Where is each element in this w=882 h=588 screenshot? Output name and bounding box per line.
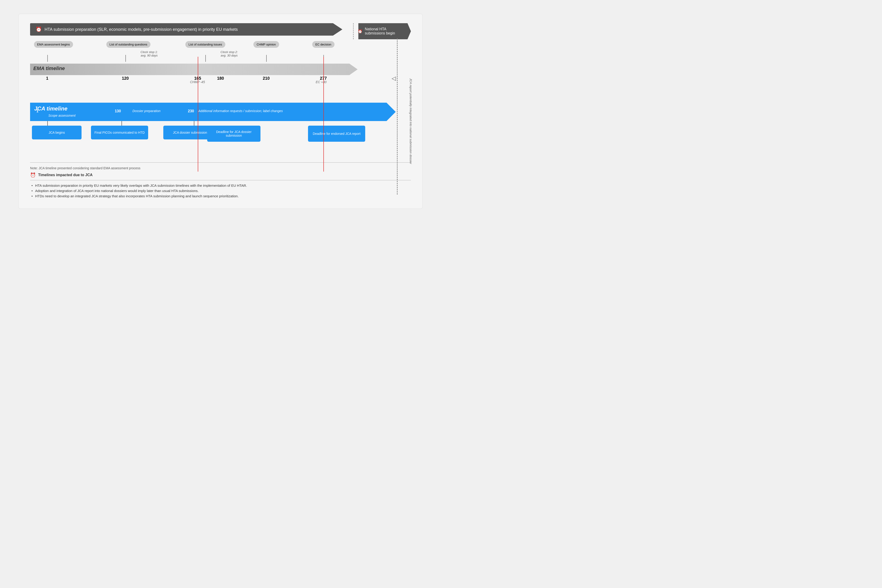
dashed-separator (353, 23, 354, 39)
jca-phase-additional: Additional information requests / submis… (198, 109, 283, 113)
milestone-ec-decision: EC decision (312, 41, 334, 48)
hta-banner: ⏰ HTA submission preparation (SLR, econo… (30, 23, 342, 36)
jca-day-1: 1 (36, 109, 38, 113)
connector-3 (206, 55, 206, 62)
jca-phase-dossier: Dossier preparation (132, 109, 160, 113)
jca-section: JCA timeline 1 130 230 Scope assessment … (30, 103, 411, 148)
jca-day-130: 130 (115, 109, 121, 113)
dashed-right-line (397, 38, 398, 195)
connector-2 (125, 55, 126, 62)
day-1: 1 (46, 76, 48, 81)
clock-stop-2: Clock stop 2:avg. 30 days (220, 50, 238, 57)
ema-timeline-label: EMA timeline (33, 66, 65, 71)
final-picos-box: Final PICOs communicated to HTD (91, 126, 148, 140)
clock-stop-1: Clock stop 1:avg. 90 days (141, 50, 158, 57)
milestone-outstanding-questions: List of outstanding questions (106, 41, 151, 48)
day-120: 120 (122, 76, 129, 81)
rotated-text: JCA report potentially integrated into n… (409, 78, 413, 164)
jca-bar-wrapper: JCA timeline 1 130 230 Scope assessment … (30, 103, 411, 121)
left-arrow-icon: ◁ (392, 75, 396, 81)
footer-section: Note: JCA timeline presented considering… (30, 162, 411, 198)
jca-day-230: 230 (188, 109, 194, 113)
red-line-2 (323, 57, 324, 172)
jca-timeline-label: JCA timeline (34, 105, 67, 112)
main-container: ⏰ HTA submission preparation (SLR, econo… (18, 14, 423, 209)
ec-label: EC +30 (316, 80, 327, 84)
ema-section: ⏰ HTA submission preparation (SLR, econo… (30, 23, 411, 96)
jca-conn-2 (122, 121, 122, 126)
connector-1 (47, 55, 48, 62)
ema-timeline-bar: EMA timeline 1 120 165 180 210 277 CHMP … (30, 64, 411, 75)
national-hta-banner: ⏰ National HTA submissions begin (354, 23, 411, 39)
milestone-outstanding-issues: List of outstanding issues (185, 41, 225, 48)
footer-clock-label: Timelines impacted due to JCA (38, 173, 93, 177)
jca-begins-box: JCA begins (32, 126, 81, 140)
jca-arrow-bar: JCA timeline 1 130 230 Scope assessment … (30, 103, 396, 121)
rotated-text-wrapper: JCA report potentially integrated into n… (404, 52, 418, 190)
hta-banner-text: HTA submission preparation (SLR, economi… (45, 27, 238, 32)
milestone-chmp-opinion: CHMP opinion (254, 41, 279, 48)
bullet-1: HTA submission preparation in priority E… (30, 183, 411, 188)
red-line-1 (198, 57, 198, 172)
bullet-3: HTDs need to develop an integrated JCA s… (30, 194, 411, 198)
connector-4 (266, 55, 267, 62)
day-210: 210 (263, 76, 270, 81)
day-180: 180 (217, 76, 224, 81)
footer-clock-icon: ⏰ (30, 172, 36, 178)
footer-clock-row: ⏰ Timelines impacted due to JCA (30, 172, 411, 180)
milestone-ema-assessment: EMA assessment begins (34, 41, 73, 48)
jca-boxes-row: JCA begins Final PICOs communicated to H… (30, 123, 411, 148)
diagram-wrapper: ⏰ HTA submission preparation (SLR, econo… (30, 23, 411, 198)
jca-conn-3 (194, 121, 194, 126)
jca-conn-1 (47, 121, 48, 126)
footer-note: Note: JCA timeline presented considering… (30, 166, 411, 170)
national-clock-icon: ⏰ (358, 29, 363, 33)
connector-lines: Clock stop 1:avg. 90 days Clock stop 2:a… (30, 55, 411, 62)
ema-arrow-bar: EMA timeline (30, 64, 358, 75)
bullet-2: Adoption and integration of JCA report i… (30, 189, 411, 193)
footer-bullet-list: HTA submission preparation in priority E… (30, 183, 411, 198)
jca-phase-scope: Scope assessment (48, 114, 76, 117)
deadline-endorsed-box: Deadline for endorsed JCA report (308, 126, 365, 142)
deadline-jca-dossier-box: Deadline for JCA dossier submission (207, 126, 261, 142)
clock-icon: ⏰ (36, 26, 42, 32)
national-hta-text: National HTA submissions begin (365, 27, 407, 35)
